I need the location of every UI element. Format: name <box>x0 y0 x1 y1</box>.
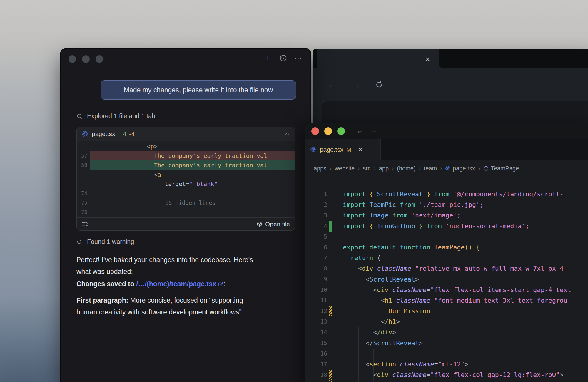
diff-card: page.tsx +4 -4 <p>57 The company's early… <box>76 127 295 231</box>
explored-status-text: Explored 1 file and 1 tab <box>87 113 155 120</box>
diff-line-code <box>90 189 295 198</box>
git-yellow-marker <box>329 370 332 380</box>
tab-file-name: page.tsx <box>320 146 343 153</box>
code-line: 10 <div className="flex flex-col items-s… <box>305 285 588 295</box>
breadcrumb-item[interactable]: team <box>424 165 437 172</box>
tab-close-icon[interactable]: ✕ <box>358 146 363 153</box>
git-gutter <box>329 316 332 327</box>
new-chat-icon[interactable]: + <box>263 54 272 63</box>
open-file-label: Open file <box>265 221 290 228</box>
code-text: </ScrollReveal> <box>332 338 423 349</box>
line-number: 1 <box>305 189 327 200</box>
explored-status-row[interactable]: Explored 1 file and 1 tab <box>76 113 295 120</box>
diff-line-code: The company's early traction val <box>90 160 295 170</box>
breadcrumb-item[interactable]: website <box>335 165 355 172</box>
git-gutter <box>329 338 332 349</box>
tab-close-icon[interactable]: ✕ <box>425 56 430 63</box>
code-text <box>332 232 343 242</box>
user-message-bubble: Made my changes, please write it into th… <box>101 80 296 100</box>
code-area[interactable]: 1import { ScrollReveal } from '@/compone… <box>305 177 588 382</box>
browser-header-strip <box>439 49 588 68</box>
history-icon[interactable] <box>279 54 288 63</box>
external-link-icon[interactable] <box>218 282 223 287</box>
line-number: 9 <box>305 274 327 285</box>
code-line: 14 </div> <box>305 327 588 338</box>
diff-line: 57 The company's early traction val <box>77 151 295 160</box>
breadcrumb[interactable]: apps›website›src›app›(home)›team›page.ts… <box>305 160 588 177</box>
line-number: 18 <box>305 370 327 380</box>
saved-file-link[interactable]: /…/(home)/team/page.tsx <box>136 280 216 288</box>
line-number: 15 <box>305 338 327 349</box>
editor-tab-bar: page.tsx M ✕ <box>305 139 588 160</box>
diff-line-code: 15 hidden lines <box>90 198 295 207</box>
diff-file-name: page.tsx <box>92 130 115 138</box>
diff-line-code: The company's early traction val <box>90 151 295 160</box>
git-green-marker <box>329 221 332 232</box>
expand-lines-icon[interactable] <box>81 221 88 227</box>
git-yellow-marker <box>329 306 332 316</box>
git-gutter <box>329 285 332 295</box>
breadcrumb-item[interactable]: apps <box>314 165 326 172</box>
desktop: { "colors": { "accent_link": "#5b76f7", … <box>0 0 588 382</box>
minimize-traffic-light[interactable] <box>82 55 90 63</box>
breadcrumb-item[interactable]: app <box>379 165 389 172</box>
diff-card-footer: Open file <box>77 217 295 230</box>
browser-tab[interactable]: ✕ <box>317 51 439 68</box>
breadcrumb-separator: › <box>358 165 360 172</box>
open-file-button[interactable]: Open file <box>257 221 290 228</box>
line-number: 12 <box>305 306 327 316</box>
breadcrumb-item[interactable]: (home) <box>397 165 415 172</box>
git-gutter <box>329 200 332 210</box>
navigate-back-icon[interactable]: ← <box>356 126 363 135</box>
git-gutter <box>329 210 332 221</box>
diff-line-code: <a <box>90 170 295 179</box>
breadcrumb-separator: › <box>330 165 331 172</box>
breadcrumb-item[interactable]: src <box>363 165 371 172</box>
diff-deletions: -4 <box>129 130 135 138</box>
breadcrumb-separator: › <box>392 165 394 172</box>
warning-status-row[interactable]: Found 1 warning <box>76 238 295 246</box>
diff-line-code: target="_blank" <box>90 179 295 189</box>
git-gutter <box>329 232 332 242</box>
assistant-chat-window: + ⋯ Made my changes, please write it int… <box>60 48 311 382</box>
diff-line-code <box>90 207 295 217</box>
code-line: 7 return ( <box>305 253 588 263</box>
diff-line-number <box>77 142 90 151</box>
close-traffic-light[interactable] <box>311 127 319 135</box>
diff-line: <a <box>77 170 295 179</box>
collapse-chevron-icon[interactable] <box>285 131 290 136</box>
git-gutter <box>329 359 332 370</box>
diff-line: 58 The company's early traction val <box>77 160 295 170</box>
code-line: 9 <ScrollReveal> <box>305 274 588 285</box>
git-gutter <box>329 349 332 359</box>
back-icon[interactable]: ← <box>328 80 335 89</box>
diff-line-number: 75 <box>77 198 90 207</box>
breadcrumb-item[interactable]: TeamPage <box>483 165 519 172</box>
line-number: 11 <box>305 295 327 306</box>
reload-icon[interactable] <box>375 81 383 88</box>
box-icon <box>257 221 262 227</box>
close-traffic-light[interactable] <box>69 55 76 63</box>
code-text: <div className="flex flex-col items-star… <box>332 285 571 295</box>
browser-toolbar: ← → <box>313 68 588 101</box>
more-menu-icon[interactable]: ⋯ <box>294 54 303 63</box>
editor-tab-active[interactable]: page.tsx M ✕ <box>305 139 381 160</box>
breadcrumb-separator: › <box>374 165 376 172</box>
react-icon <box>310 146 316 153</box>
zoom-traffic-light[interactable] <box>96 55 103 63</box>
tab-modified-badge: M <box>346 146 351 153</box>
zoom-traffic-light[interactable] <box>337 127 345 135</box>
breadcrumb-item[interactable]: page.tsx <box>445 165 475 172</box>
code-text: <ScrollReveal> <box>332 274 419 285</box>
colon: : <box>223 280 225 288</box>
symbol-cube-icon <box>483 166 489 171</box>
code-line: 8 <div className="relative mx-auto w-ful… <box>305 263 588 274</box>
code-text: <div className="flex flex-col gap-12 lg:… <box>332 370 564 380</box>
minimize-traffic-light[interactable] <box>324 127 332 135</box>
browser-header-strip <box>313 49 317 68</box>
diff-card-header[interactable]: page.tsx +4 -4 <box>77 127 295 141</box>
diff-line-number: 76 <box>77 207 90 217</box>
diff-line-number: 74 <box>77 189 90 198</box>
diff-code-block: <p>57 The company's early traction val58… <box>77 141 295 217</box>
hidden-lines-label[interactable]: 15 hidden lines <box>165 198 216 207</box>
